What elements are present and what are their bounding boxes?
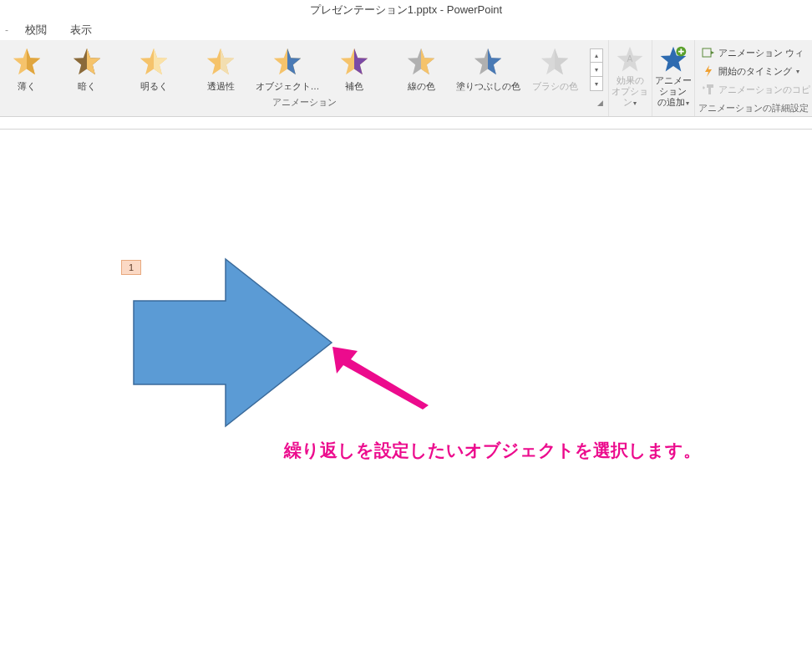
animation-pane-button[interactable]: アニメーション ウィ [700,43,812,62]
tab-view[interactable]: 表示 [58,20,104,40]
effect-options-label: 効果の オプション▾ [611,75,650,109]
add-animation-label: アニメーション の追加▾ [654,75,693,109]
tab-separator: - [0,24,13,36]
add-animation-button[interactable]: アニメーション の追加▾ [652,40,696,116]
star-icon [206,47,236,77]
star-icon [272,47,302,77]
star-icon [540,47,570,77]
gallery-item-label: 明るく [140,80,168,93]
gallery-group-label: アニメーション ◢ [0,94,608,110]
gallery-scroll-down[interactable]: ▾ [590,63,603,77]
gallery-item[interactable]: 暗く [53,43,120,94]
gallery-item-label: 塗りつぶしの色 [456,80,520,93]
gallery-item-label: 薄く [18,80,36,93]
title-bar: プレゼンテーション1.pptx - PowerPoint [0,0,812,20]
gallery-dialog-launcher[interactable]: ◢ [595,99,605,109]
gallery-item[interactable]: 明るく [120,43,187,94]
animation-painter-button: アニメーションのコピ [700,80,812,99]
slide-canvas[interactable]: 1 繰り返しを設定したいオブジェクトを選択します。 [0,130,812,648]
gallery-item[interactable]: 透過性 [187,43,254,94]
gallery-item-label: ブラシの色 [532,80,578,93]
gallery-item-label: オブジェクト… [256,80,320,93]
gallery-item[interactable]: 塗りつぶしの色 [454,43,521,94]
star-icon [72,47,102,77]
gallery-item[interactable]: 線の色 [388,43,454,94]
animation-gallery-group: 薄く暗く明るく透過性オブジェクト…補色線の色塗りつぶしの色ブラシの色 ▴ ▾ ▾… [0,40,609,116]
star-icon [406,47,436,77]
gallery-scroll-up[interactable]: ▴ [590,48,603,63]
animation-gallery: 薄く暗く明るく透過性オブジェクト…補色線の色塗りつぶしの色ブラシの色 ▴ ▾ ▾ [0,40,608,94]
add-star-icon [659,45,688,74]
gallery-item[interactable]: オブジェクト… [254,43,321,94]
gallery-item-label: 暗く [78,80,96,93]
annotation-arrow-icon [332,347,433,409]
tab-review[interactable]: 校閲 [13,20,58,40]
ribbon-tabs: - 校閲 表示 [0,20,812,40]
advanced-group-label: アニメーションの詳細設定 [695,100,812,116]
gallery-scroll: ▴ ▾ ▾ [590,48,603,91]
gallery-item[interactable]: 補色 [321,43,388,94]
pane-icon [702,46,715,59]
right-arrow-shape[interactable] [129,255,338,430]
gallery-item: ブラシの色 [521,43,588,94]
gallery-item-label: 補色 [345,80,363,93]
gallery-expand[interactable]: ▾ [590,77,603,91]
gallery-item-label: 線の色 [408,80,435,93]
painter-icon [702,83,715,96]
ribbon: 薄く暗く明るく透過性オブジェクト…補色線の色塗りつぶしの色ブラシの色 ▴ ▾ ▾… [0,40,812,117]
window-title: プレゼンテーション1.pptx - PowerPoint [310,3,502,16]
advanced-animation-panel: アニメーション ウィ 開始のタイミング▾ アニメーションのコピ [695,40,812,99]
star-icon [12,47,42,77]
effect-options-button: A 効果の オプション▾ [609,40,652,116]
svg-rect-11 [703,48,711,57]
annotation-text: 繰り返しを設定したいオブジェクトを選択します。 [284,439,701,462]
trigger-button[interactable]: 開始のタイミング▾ [700,62,812,80]
star-icon [139,47,169,77]
svg-text:A: A [627,54,633,64]
gallery-item[interactable]: 薄く [0,43,53,94]
star-icon: A [616,45,644,74]
lightning-icon [702,64,715,78]
gallery-item-label: 透過性 [207,80,235,93]
star-icon [473,47,503,77]
star-icon [339,47,369,77]
